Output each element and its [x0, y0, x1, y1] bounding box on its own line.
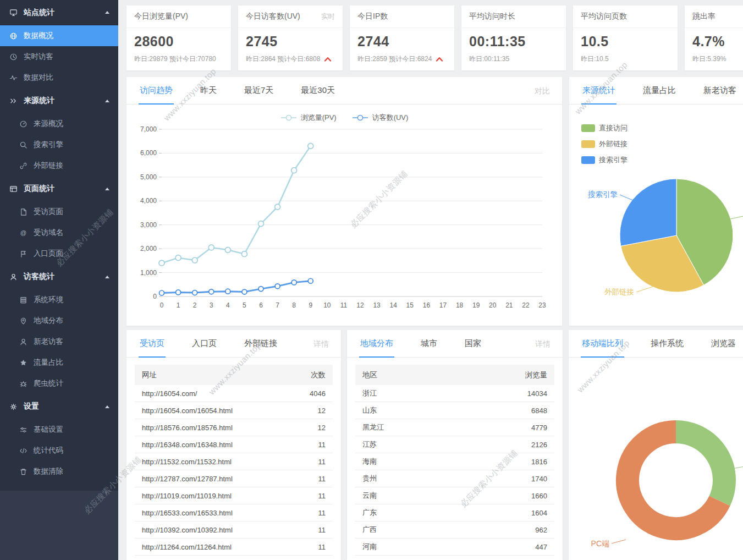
visited_panel-row-6[interactable]: http://11019.com/11019.html11 — [135, 487, 333, 504]
sidebar-item-14[interactable]: 地域分布 — [0, 310, 118, 331]
source_panel-tab-0[interactable]: 来源统计 — [581, 85, 617, 105]
row-label[interactable]: http://10392.com/10392.html — [142, 526, 233, 534]
row-label[interactable]: http://11019.com/11019.html — [142, 492, 232, 500]
visited_panel-row-1[interactable]: http://16054.com/16054.html12 — [135, 402, 333, 419]
sidebar-item-11[interactable]: 入口页面 — [0, 243, 118, 264]
region_panel-row-5[interactable]: 贵州1740 — [355, 470, 554, 487]
region_panel-row-4[interactable]: 海南1816 — [355, 453, 554, 470]
sidebar-item-21[interactable]: 数据清除 — [0, 461, 118, 482]
legend-label: 搜索引擎 — [599, 155, 628, 165]
region_panel-row-9[interactable]: 河南447 — [355, 539, 554, 556]
region_panel-row-1[interactable]: 山东6848 — [355, 402, 554, 419]
sidebar-item-8[interactable]: 页面统计 — [0, 176, 118, 201]
trend-legend-item-0[interactable]: 浏览量(PV) — [280, 113, 337, 123]
sidebar-item-19[interactable]: 基础设置 — [0, 419, 118, 440]
legend-marker-icon — [352, 114, 368, 121]
row-label[interactable]: http://16533.com/16533.html — [142, 509, 233, 517]
region_panel-row-2[interactable]: 黑龙江4779 — [355, 419, 554, 436]
collapse-caret-icon[interactable] — [105, 100, 109, 102]
trend_panel-tab-1[interactable]: 昨天 — [199, 85, 218, 105]
sidebar-item-2[interactable]: 实时访客 — [0, 46, 118, 67]
trend_panel-tab-2[interactable]: 最近7天 — [243, 85, 274, 105]
sidebar-item-17[interactable]: 爬虫统计 — [0, 373, 118, 394]
sidebar-item-20[interactable]: 统计代码 — [0, 440, 118, 461]
source_panel-tab-2[interactable]: 新老访客 — [702, 85, 738, 105]
region_panel-row-7[interactable]: 广东1604 — [355, 504, 554, 521]
source_panel-tab-1[interactable]: 流量占比 — [642, 85, 677, 105]
row-label[interactable]: 黑龙江 — [362, 422, 384, 432]
visited_panel-row-0[interactable]: http://16054.com/4046 — [135, 385, 333, 402]
sidebar-item-7[interactable]: 外部链接 — [0, 155, 118, 176]
collapse-caret-icon[interactable] — [105, 188, 109, 190]
sidebar-item-1[interactable]: 数据概况 — [0, 25, 118, 46]
row-label[interactable]: http://16054.com/ — [142, 389, 197, 398]
stat-card-title: 平均访问页数 — [581, 12, 627, 21]
region_panel-row-8[interactable]: 广西962 — [355, 521, 554, 539]
sidebar-item-3[interactable]: 数据对比 — [0, 67, 118, 88]
mobile-panel: 移动端比列操作系统浏览器 PC端 — [569, 330, 743, 560]
visited_panel-row-9[interactable]: http://11264.com/11264.html11 — [135, 539, 333, 556]
visited_panel-tab-2[interactable]: 外部链接 — [243, 338, 278, 358]
pie-legend-item-1[interactable]: 外部链接 — [581, 139, 628, 149]
pie-legend-item-0[interactable]: 直接访问 — [581, 123, 628, 133]
row-label[interactable]: http://16054.com/16054.html — [142, 407, 233, 415]
row-label[interactable]: 海南 — [362, 457, 377, 466]
sidebar-item-12[interactable]: 访客统计 — [0, 264, 118, 289]
row-label[interactable]: 山东 — [362, 405, 377, 415]
row-label[interactable]: 浙江 — [362, 388, 377, 398]
region_panel-row-3[interactable]: 江苏2126 — [355, 436, 554, 453]
trend_panel-tab-0[interactable]: 访问趋势 — [139, 85, 174, 105]
row-label[interactable]: 广东 — [362, 508, 377, 518]
region_panel-tab-2[interactable]: 国家 — [464, 338, 482, 358]
row-label[interactable]: http://18576.com/18576.html — [142, 424, 233, 432]
region_panel-tab-1[interactable]: 城市 — [420, 338, 438, 358]
region_panel-row-6[interactable]: 云南1660 — [355, 487, 554, 504]
row-label[interactable]: 江苏 — [362, 440, 377, 449]
mobile_panel-tab-2[interactable]: 浏览器 — [710, 338, 737, 358]
region_panel-action-link[interactable]: 详情 — [535, 339, 551, 357]
row-label[interactable]: 广西 — [362, 525, 377, 535]
sidebar-item-6[interactable]: 搜索引擎 — [0, 134, 118, 155]
visited_panel-action-link[interactable]: 详情 — [313, 339, 329, 357]
region_panel-row-0[interactable]: 浙江14034 — [355, 385, 554, 402]
collapse-caret-icon[interactable] — [105, 405, 109, 408]
row-label[interactable]: http://16348.com/16348.html — [142, 441, 233, 449]
sidebar-item-0[interactable]: 站点统计 — [0, 0, 118, 25]
mobile_panel-tab-0[interactable]: 移动端比列 — [581, 338, 624, 358]
sidebar-item-13[interactable]: 系统环境 — [0, 289, 118, 310]
visited_panel-row-5[interactable]: http://12787.com/12787.html11 — [135, 470, 333, 487]
pie-callout-label: 外部链接 — [604, 288, 634, 296]
x-axis-tick-label: 22 — [522, 301, 530, 309]
row-label[interactable]: http://11532.com/11532.html — [142, 458, 232, 466]
visited_panel-tab-1[interactable]: 入口页 — [191, 338, 218, 358]
sidebar-item-15[interactable]: 新老访客 — [0, 331, 118, 352]
row-label[interactable]: http://12787.com/12787.html — [142, 475, 233, 483]
collapse-caret-icon[interactable] — [105, 11, 109, 14]
row-label[interactable]: 贵州 — [362, 474, 377, 484]
mobile_panel-tab-1[interactable]: 操作系统 — [650, 338, 685, 358]
trend_panel-tab-3[interactable]: 最近30天 — [300, 85, 336, 105]
sidebar-item-18[interactable]: 设置 — [0, 394, 118, 419]
sidebar-item-9[interactable]: 受访页面 — [0, 201, 118, 222]
sidebar-item-10[interactable]: @受访域名 — [0, 222, 118, 243]
stat-card-header: 平均访问时长 — [461, 6, 566, 28]
trend_panel-action-link[interactable]: 对比 — [535, 86, 550, 104]
row-label[interactable]: http://11264.com/11264.html — [142, 543, 232, 551]
visited_panel-row-4[interactable]: http://11532.com/11532.html11 — [135, 453, 333, 470]
sidebar-item-5[interactable]: 来源概况 — [0, 113, 118, 134]
collapse-caret-icon[interactable] — [105, 276, 109, 278]
row-label[interactable]: 河南 — [362, 542, 377, 552]
visited_panel-row-3[interactable]: http://16348.com/16348.html11 — [135, 436, 333, 453]
visited_panel-row-8[interactable]: http://10392.com/10392.html11 — [135, 521, 333, 539]
region_panel-tab-0[interactable]: 地域分布 — [359, 338, 394, 358]
sidebar-item-16[interactable]: 流量占比 — [0, 352, 118, 373]
row-label[interactable]: 云南 — [362, 491, 377, 501]
visited_panel-row-7[interactable]: http://16533.com/16533.html11 — [135, 504, 333, 521]
pie-slice — [620, 179, 676, 246]
region_panel-table-header: 地区浏览量 — [355, 365, 554, 385]
visited_panel-row-2[interactable]: http://18576.com/18576.html12 — [135, 419, 333, 436]
sidebar-item-4[interactable]: 来源统计 — [0, 88, 118, 113]
visited_panel-tab-0[interactable]: 受访页 — [139, 338, 166, 358]
trend-legend-item-1[interactable]: 访客数(UV) — [352, 113, 409, 123]
pie-legend-item-2[interactable]: 搜索引擎 — [581, 155, 628, 165]
